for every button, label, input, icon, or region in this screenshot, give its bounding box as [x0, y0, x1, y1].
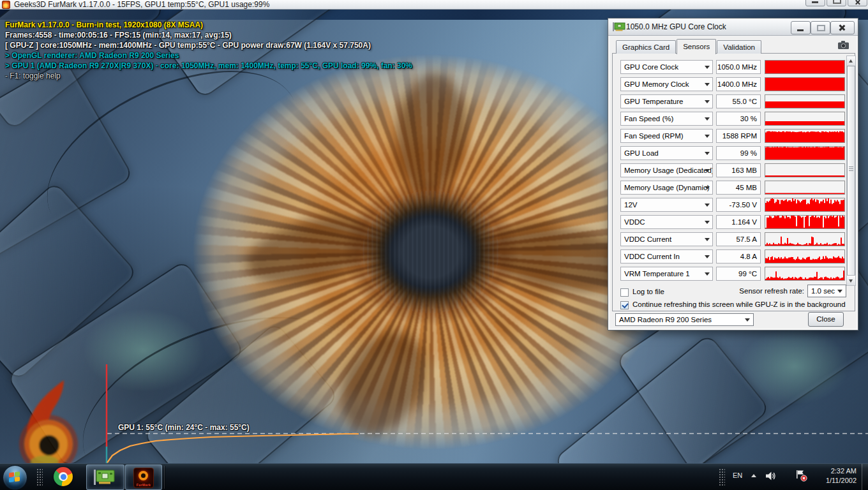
sensor-select-vddc-current[interactable]: VDDC Current: [620, 232, 713, 246]
sensor-graph-vddc-current: [765, 232, 845, 246]
sensor-graph-fan-speed: [765, 112, 845, 126]
furmark-app-icon: [2, 1, 10, 9]
tab-validation[interactable]: Validation: [717, 40, 761, 54]
card-selector-dropdown[interactable]: AMD Radeon R9 200 Series: [615, 313, 754, 326]
refresh-rate-dropdown[interactable]: 1.0 sec: [807, 285, 846, 297]
sensor-scrollbar[interactable]: [846, 56, 856, 286]
dropdown-arrow-icon: [705, 117, 710, 121]
sensor-value-gpu-memory-clock: 1400.0 MHz: [716, 77, 761, 91]
sensor-select-gpu-core-clock[interactable]: GPU Core Clock: [620, 60, 713, 74]
sensor-graph-fan-speed-rpm: [765, 129, 845, 143]
sensor-select-memory-usage-dedicated[interactable]: Memory Usage (Dedicated): [620, 163, 713, 177]
sensor-row-fan-speed-rpm: Fan Speed (RPM)1588 RPM: [613, 129, 855, 143]
furmark-window-titlebar[interactable]: Geeks3D FurMark v1.17.0.0 - 15FPS, GPU1 …: [0, 0, 868, 10]
refresh-rate-value: 1.0 sec: [811, 287, 835, 295]
dropdown-arrow-icon: [837, 290, 842, 293]
windows-logo-icon: [9, 471, 20, 483]
taskbar-divider: [164, 466, 165, 489]
continue-refreshing-checkbox[interactable]: [620, 301, 629, 309]
gpu-card-icon: [613, 22, 625, 31]
action-center-flag-icon[interactable]: [795, 470, 807, 482]
gpuz-maximize-button[interactable]: [811, 21, 830, 34]
scrollbar-up-arrow-icon[interactable]: [847, 56, 855, 66]
sensor-graph-vddc-current-in: [765, 249, 845, 264]
scrollbar-down-arrow-icon[interactable]: [847, 275, 855, 285]
sensor-select-vddc-current-in[interactable]: VDDC Current In: [620, 249, 713, 264]
sensor-value-memory-usage-dedicated: 163 MB: [716, 163, 761, 177]
dropdown-arrow-icon: [705, 238, 710, 241]
start-button[interactable]: [3, 465, 27, 490]
tray-grip[interactable]: [719, 468, 725, 486]
sensor-row-vddc-current: VDDC Current57.5 A: [613, 232, 855, 246]
dropdown-arrow-icon: [705, 135, 710, 138]
furmark-maximize-button[interactable]: [827, 0, 846, 6]
taskbar-grip[interactable]: [36, 468, 43, 486]
sensor-select-fan-speed-rpm[interactable]: Fan Speed (RPM): [620, 129, 713, 143]
sensor-select-vrm-temperature-1[interactable]: VRM Temperature 1: [620, 267, 713, 281]
furmark-taskbar-icon: FurMark: [133, 468, 154, 488]
tab-sensors[interactable]: Sensors: [677, 39, 716, 54]
osd-line-gpu1: > GPU 1 (AMD Radeon R9 270X|R9 370X) - c…: [5, 61, 412, 71]
card-selector-value: AMD Radeon R9 200 Series: [619, 316, 712, 323]
sensor-select-fan-speed[interactable]: Fan Speed (%): [620, 112, 713, 126]
furmark-window-title: Geeks3D FurMark v1.17.0.0 - 15FPS, GPU1 …: [14, 0, 269, 9]
sensor-value-memory-usage-dynamic: 45 MB: [716, 181, 761, 195]
sensor-graph-gpu-core-clock: [765, 60, 845, 74]
osd-line-gpuz: [ GPU-Z ] core:1050MHz - mem:1400MHz - G…: [5, 40, 412, 50]
dropdown-arrow-icon: [705, 83, 710, 86]
sensor-row-gpu-core-clock: GPU Core Clock1050.0 MHz: [613, 60, 855, 74]
sensor-row-gpu-memory-clock: GPU Memory Clock1400.0 MHz: [613, 77, 855, 91]
dropdown-arrow-icon: [705, 152, 710, 155]
osd-line-frames: Frames:4558 - time:00:05:16 - FPS:15 (mi…: [5, 30, 412, 40]
gpuz-window-title: 1050.0 MHz GPU Core Clock: [626, 22, 726, 31]
gpuz-window: 1050.0 MHz GPU Core Clock Graphics Card …: [608, 18, 858, 330]
sensor-select-12v[interactable]: 12V: [620, 198, 713, 212]
clock-time: 2:32 AM: [812, 466, 857, 476]
sensor-graph-gpu-memory-clock: [765, 77, 845, 91]
sensor-row-vddc: VDDC1.164 V: [613, 215, 855, 229]
osd-line-title: FurMark v1.17.0.0 - Burn-in test, 1920x1…: [5, 20, 412, 30]
taskbar-button-furmark[interactable]: FurMark: [125, 464, 162, 490]
sensor-graph-gpu-temperature: [765, 94, 845, 108]
sensor-row-memory-usage-dynamic: Memory Usage (Dynamic)45 MB: [613, 181, 855, 195]
sensor-graph-vddc: [765, 215, 845, 229]
screenshot-camera-icon[interactable]: [837, 40, 851, 50]
clock[interactable]: 2:32 AM 1/11/2002: [812, 466, 857, 486]
language-indicator[interactable]: EN: [733, 471, 742, 479]
show-hidden-icons-icon[interactable]: [751, 474, 756, 477]
dropdown-arrow-icon: [705, 272, 710, 276]
sensor-value-gpu-core-clock: 1050.0 MHz: [716, 60, 761, 74]
sensor-select-gpu-memory-clock[interactable]: GPU Memory Clock: [620, 77, 713, 91]
furmark-minimize-button[interactable]: [805, 0, 825, 6]
sensor-select-gpu-load[interactable]: GPU Load: [620, 146, 713, 160]
furmark-close-button[interactable]: [848, 0, 867, 6]
sensor-row-memory-usage-dedicated: Memory Usage (Dedicated)163 MB: [613, 163, 855, 177]
tab-graphics-card[interactable]: Graphics Card: [616, 40, 676, 54]
sensor-select-gpu-temperature[interactable]: GPU Temperature: [620, 94, 713, 108]
sensor-row-12v: 12V-73.50 V: [613, 198, 855, 212]
continue-refreshing-label: Continue refreshing this screen while GP…: [632, 301, 846, 308]
gpuz-minimize-button[interactable]: [791, 21, 811, 34]
scrollbar-thumb[interactable]: [847, 66, 855, 276]
gpuz-titlebar[interactable]: 1050.0 MHz GPU Core Clock: [608, 19, 858, 36]
chrome-icon[interactable]: [54, 467, 73, 486]
sensor-select-vddc[interactable]: VDDC: [620, 215, 713, 229]
sensor-row-vddc-current-in: VDDC Current In4.8 A: [613, 249, 855, 264]
close-button[interactable]: Close: [808, 312, 844, 327]
sensor-value-vddc-current: 57.5 A: [716, 232, 761, 246]
sensor-select-memory-usage-dynamic[interactable]: Memory Usage (Dynamic): [620, 181, 713, 195]
speaker-icon[interactable]: [765, 471, 777, 481]
sensor-row-gpu-load: GPU Load99 %: [613, 146, 855, 160]
log-to-file-checkbox[interactable]: [620, 288, 629, 297]
dropdown-arrow-icon: [705, 100, 710, 103]
sensor-row-fan-speed: Fan Speed (%)30 %: [613, 112, 855, 126]
sensor-graph-gpu-load: [765, 146, 845, 160]
dropdown-arrow-icon: [705, 255, 710, 258]
taskbar-button-gpuz[interactable]: [86, 464, 124, 490]
dropdown-arrow-icon: [705, 66, 710, 69]
gpuz-close-window-button[interactable]: [830, 21, 855, 34]
sensor-row-vrm-temperature-1: VRM Temperature 199 °C: [613, 267, 855, 281]
sensor-value-gpu-temperature: 55.0 °C: [716, 94, 761, 108]
show-desktop-button[interactable]: [862, 464, 868, 490]
dropdown-arrow-icon: [705, 204, 710, 207]
